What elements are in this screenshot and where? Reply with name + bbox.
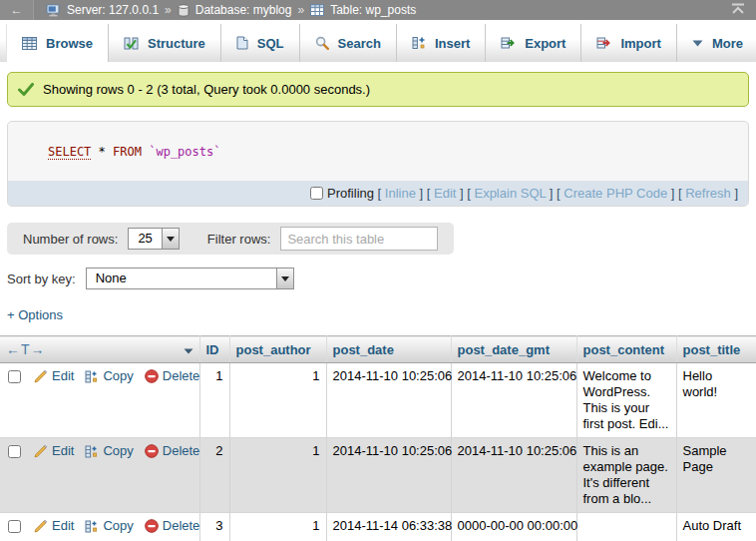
cell-id: 1 bbox=[199, 363, 229, 438]
table-icon bbox=[310, 4, 324, 16]
column-header-post-date-gmt[interactable]: post_date_gmt bbox=[451, 336, 576, 363]
edit-link[interactable]: Edit bbox=[34, 368, 74, 384]
tab-label: SQL bbox=[257, 36, 284, 51]
profiling-link[interactable]: Explain SQL bbox=[474, 186, 546, 201]
sql-keyword-select[interactable]: SELECT bbox=[48, 145, 91, 160]
copy-link[interactable]: Copy bbox=[85, 518, 133, 534]
bracket: [ bbox=[674, 186, 685, 201]
breadcrumb-bar: ← Server: 127.0.0.1 » Database: myblog »… bbox=[0, 0, 756, 20]
bracket: [ bbox=[423, 186, 434, 201]
tab-label: More bbox=[712, 36, 743, 51]
tab-browse[interactable]: Browse bbox=[6, 24, 109, 62]
row-controls-bar: Number of rows: 25 Filter rows: bbox=[7, 223, 454, 255]
breadcrumb-database[interactable]: Database: myblog bbox=[195, 3, 292, 17]
delete-icon bbox=[145, 444, 159, 458]
column-header-post-date[interactable]: post_date bbox=[326, 336, 451, 363]
filter-rows-input[interactable] bbox=[280, 227, 438, 251]
breadcrumb-server[interactable]: Server: 127.0.0.1 bbox=[67, 3, 159, 17]
cell-post-title: Hello world! bbox=[676, 363, 756, 438]
sort-row: Sort by key: None bbox=[7, 268, 756, 289]
breadcrumb-separator: » bbox=[165, 3, 172, 17]
select-arrow-icon bbox=[276, 269, 293, 288]
breadcrumb-table[interactable]: Table: wp_posts bbox=[330, 3, 416, 17]
column-header-post-title[interactable]: post_title bbox=[676, 336, 756, 363]
back-arrow-icon: ← bbox=[11, 3, 23, 17]
copy-label: Copy bbox=[103, 518, 133, 534]
profiling-link[interactable]: Edit bbox=[434, 186, 456, 201]
profiling-link[interactable]: Refresh bbox=[685, 186, 731, 201]
edit-label: Edit bbox=[52, 443, 74, 459]
cell-post-content: Welcome to WordPress. This is your first… bbox=[576, 363, 676, 438]
options-toggle-link[interactable]: + Options bbox=[7, 307, 63, 322]
column-browse-widget[interactable]: ←T→ bbox=[6, 341, 46, 357]
profiling-link[interactable]: Create PHP Code bbox=[564, 186, 667, 201]
cell-post-date: 2014-11-10 10:25:06 bbox=[326, 363, 451, 438]
sort-by-key-label: Sort by key: bbox=[7, 271, 76, 286]
delete-label: Delete bbox=[163, 443, 200, 459]
header-actions-cell: ←T→ bbox=[0, 336, 199, 363]
search-icon bbox=[315, 36, 329, 50]
tab-search[interactable]: Search bbox=[300, 24, 397, 62]
tab-insert[interactable]: Insert bbox=[397, 24, 486, 62]
column-header-post-content[interactable]: post_content bbox=[576, 336, 676, 363]
number-of-rows-label: Number of rows: bbox=[23, 232, 118, 247]
tab-label: Search bbox=[338, 36, 381, 51]
bracket: [ bbox=[374, 186, 385, 201]
cell-post-author: 1 bbox=[229, 513, 326, 541]
sort-by-key-select[interactable]: None bbox=[86, 268, 294, 289]
tab-bar: Browse Structure SQL Search Insert Expor… bbox=[0, 20, 756, 62]
tab-structure[interactable]: Structure bbox=[109, 24, 221, 62]
tab-import[interactable]: Import bbox=[581, 24, 676, 62]
cell-post-date-gmt: 0000-00-00 00:00:00 bbox=[451, 513, 576, 541]
edit-link[interactable]: Edit bbox=[34, 518, 74, 534]
table-header-row: ←T→ ID post_author post_date post_date_g… bbox=[0, 336, 756, 363]
cell-post-author: 1 bbox=[229, 363, 326, 438]
copy-link[interactable]: Copy bbox=[85, 368, 133, 384]
database-icon bbox=[178, 4, 189, 17]
delete-link[interactable]: Delete bbox=[145, 368, 200, 384]
sql-star: * bbox=[99, 145, 106, 159]
structure-icon bbox=[124, 37, 139, 50]
tab-label: Import bbox=[620, 36, 660, 51]
cell-post-date: 2014-11-10 10:25:06 bbox=[326, 438, 451, 513]
copy-label: Copy bbox=[103, 368, 133, 384]
row-checkbox[interactable] bbox=[8, 370, 21, 383]
collapse-button[interactable] bbox=[730, 3, 746, 18]
tab-label: Export bbox=[525, 36, 566, 51]
header-options-chevron-icon[interactable] bbox=[184, 342, 193, 357]
back-button[interactable]: ← bbox=[0, 0, 34, 20]
bracket: [ bbox=[464, 186, 475, 201]
breadcrumb-separator: » bbox=[297, 3, 304, 17]
profiling-link[interactable]: Inline bbox=[385, 186, 416, 201]
tab-label: Insert bbox=[435, 36, 470, 51]
cell-post-date-gmt: 2014-11-10 10:25:06 bbox=[451, 363, 576, 438]
tab-sql[interactable]: SQL bbox=[221, 24, 300, 62]
delete-label: Delete bbox=[163, 518, 200, 534]
profiling-checkbox[interactable] bbox=[310, 187, 323, 200]
profiling-label: Profiling bbox=[327, 186, 374, 201]
row-checkbox[interactable] bbox=[8, 520, 21, 533]
sql-table-identifier: `wp_posts` bbox=[149, 145, 220, 159]
tab-export[interactable]: Export bbox=[486, 24, 581, 62]
pencil-icon bbox=[34, 369, 48, 383]
results-table: ←T→ ID post_author post_date post_date_g… bbox=[0, 335, 756, 541]
cell-post-author: 1 bbox=[229, 438, 326, 513]
column-header-id[interactable]: ID bbox=[199, 336, 229, 363]
success-message-text: Showing rows 0 - 2 (3 total, Query took … bbox=[43, 82, 370, 97]
row-checkbox[interactable] bbox=[8, 445, 21, 458]
copy-link[interactable]: Copy bbox=[85, 443, 133, 459]
table-row: Edit Copy Delete 3 1 2014-11-14 06:33:38… bbox=[0, 513, 756, 541]
chevron-down-icon bbox=[692, 40, 703, 47]
row-actions-cell: Edit Copy Delete bbox=[0, 513, 199, 541]
tab-label: Structure bbox=[148, 36, 205, 51]
number-of-rows-value: 25 bbox=[129, 229, 161, 249]
success-message: Showing rows 0 - 2 (3 total, Query took … bbox=[7, 72, 749, 107]
pencil-icon bbox=[34, 519, 48, 533]
number-of-rows-select[interactable]: 25 bbox=[128, 228, 179, 250]
tab-label: Browse bbox=[46, 36, 93, 51]
column-header-post-author[interactable]: post_author bbox=[229, 336, 326, 363]
tab-more[interactable]: More bbox=[677, 24, 756, 62]
delete-link[interactable]: Delete bbox=[145, 518, 200, 534]
delete-link[interactable]: Delete bbox=[145, 443, 200, 459]
edit-link[interactable]: Edit bbox=[34, 443, 74, 459]
